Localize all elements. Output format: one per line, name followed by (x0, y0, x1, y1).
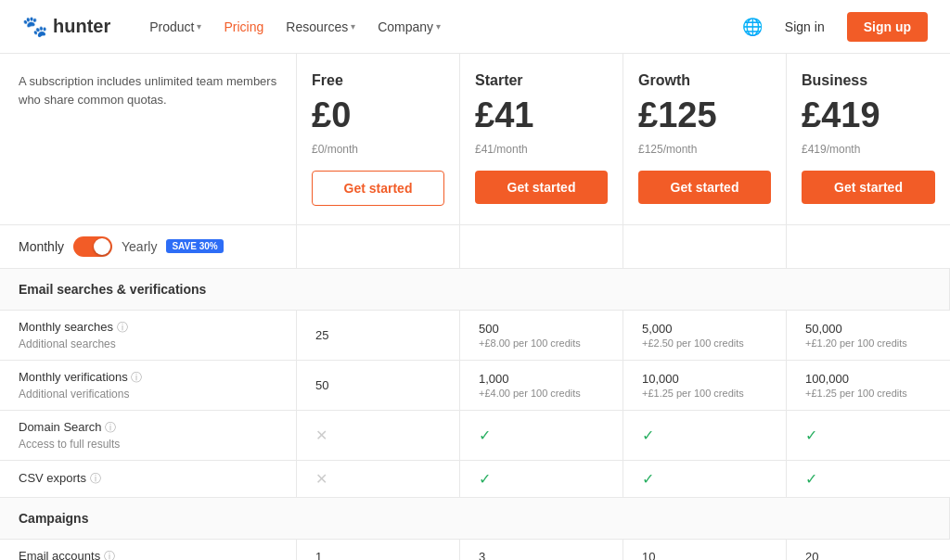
email-accounts-free: 1 (297, 540, 460, 560)
domain-search-growth: ✓ (623, 411, 787, 460)
pricing-container: A subscription includes unlimited team m… (0, 54, 950, 560)
chevron-down-icon: ▾ (436, 21, 441, 32)
domain-search-free: ✕ (297, 411, 460, 460)
plan-price-starter: £41 (475, 96, 608, 135)
monthly-searches-free: 25 (297, 311, 460, 360)
check-icon: ✓ (642, 426, 767, 444)
logo-text: hunter (53, 16, 110, 37)
monthly-searches-starter: 500 +£8.00 per 100 credits (460, 311, 623, 360)
feature-label-csv-exports: CSV exports ⓘ (0, 461, 297, 497)
row-monthly-searches: Monthly searches ⓘ Additional searches 2… (0, 311, 950, 361)
monthly-searches-label: Monthly searches (19, 320, 113, 334)
toggle-empty-1 (297, 225, 460, 268)
billing-toggle-cell: Monthly Yearly SAVE 30% (0, 225, 297, 268)
nav-links: Product ▾ Pricing Resources ▾ Company ▾ (140, 14, 742, 40)
plan-price-free: £0 (312, 96, 444, 135)
get-started-business[interactable]: Get started (802, 171, 935, 204)
email-accounts-starter: 3 (460, 540, 623, 560)
logo-icon: 🐾 (22, 15, 47, 39)
section-email-header: Email searches & verifications (0, 269, 950, 311)
feature-label-monthly-searches: Monthly searches ⓘ Additional searches (0, 311, 297, 360)
domain-search-label: Domain Search (19, 420, 102, 434)
csv-exports-growth: ✓ (623, 461, 787, 497)
nav-pricing[interactable]: Pricing (214, 14, 273, 40)
monthly-searches-sub: Additional searches (19, 337, 277, 350)
billing-toggle[interactable] (73, 236, 112, 257)
csv-exports-business: ✓ (787, 461, 950, 497)
feature-label-email-accounts: Email accounts ⓘ (0, 540, 297, 560)
toggle-empty-3 (623, 225, 787, 268)
save-badge: SAVE 30% (166, 239, 223, 253)
domain-search-business: ✓ (787, 411, 950, 460)
row-email-accounts: Email accounts ⓘ 1 3 10 20 (0, 540, 950, 560)
plan-price-sub-starter: £41/month (475, 143, 608, 156)
monthly-searches-business: 50,000 +£1.20 per 100 credits (787, 311, 950, 360)
feature-label-domain-search: Domain Search ⓘ Access to full results (0, 411, 297, 460)
domain-search-starter: ✓ (460, 411, 623, 460)
row-monthly-verifications: Monthly verifications ⓘ Additional verif… (0, 361, 950, 411)
get-started-starter[interactable]: Get started (475, 171, 608, 204)
plan-headers: A subscription includes unlimited team m… (0, 54, 950, 225)
plan-col-growth: Growth £125 £125/month Get started (623, 54, 787, 224)
csv-exports-label: CSV exports (19, 471, 86, 485)
signin-button[interactable]: Sign in (774, 14, 836, 40)
language-button[interactable]: 🌐 (742, 17, 763, 37)
plan-name-starter: Starter (475, 72, 608, 89)
nav-product[interactable]: Product ▾ (140, 14, 211, 40)
domain-search-sub: Access to full results (19, 438, 277, 451)
toggle-thumb (94, 238, 110, 255)
cross-icon: ✕ (315, 470, 441, 488)
monthly-verifications-business: 100,000 +£1.25 per 100 credits (787, 361, 950, 410)
plan-col-free: Free £0 £0/month Get started (297, 54, 460, 224)
info-icon-monthly-searches[interactable]: ⓘ (117, 321, 128, 334)
info-icon-monthly-verifications[interactable]: ⓘ (131, 371, 142, 384)
get-started-growth[interactable]: Get started (638, 171, 771, 204)
monthly-verifications-growth: 10,000 +£1.25 per 100 credits (623, 361, 787, 410)
info-icon-csv-exports[interactable]: ⓘ (90, 472, 101, 485)
plan-price-sub-growth: £125/month (638, 143, 771, 156)
info-icon-domain-search[interactable]: ⓘ (105, 421, 116, 434)
plan-price-sub-free: £0/month (312, 143, 444, 156)
yearly-label: Yearly (122, 239, 157, 254)
plan-price-business: £419 (802, 96, 935, 135)
check-icon: ✓ (642, 470, 767, 488)
email-accounts-label: Email accounts (19, 549, 100, 560)
plan-col-business: Business £419 £419/month Get started (787, 54, 950, 224)
check-icon: ✓ (805, 426, 931, 444)
nav-resources[interactable]: Resources ▾ (276, 14, 365, 40)
monthly-verifications-sub: Additional verifications (19, 388, 277, 401)
row-domain-search: Domain Search ⓘ Access to full results ✕… (0, 411, 950, 461)
plan-name-business: Business (802, 72, 935, 89)
plan-col-starter: Starter £41 £41/month Get started (460, 54, 623, 224)
email-accounts-growth: 10 (623, 540, 787, 560)
csv-exports-starter: ✓ (460, 461, 623, 497)
plan-name-free: Free (312, 72, 444, 89)
section-campaigns-divider: Campaigns (0, 498, 950, 540)
plan-price-sub-business: £419/month (802, 143, 935, 156)
info-icon-email-accounts[interactable]: ⓘ (104, 550, 115, 560)
logo[interactable]: 🐾 hunter (22, 15, 110, 39)
section-email-title: Email searches & verifications (0, 269, 950, 310)
plan-price-growth: £125 (638, 96, 771, 135)
monthly-searches-growth: 5,000 +£2.50 per 100 credits (623, 311, 787, 360)
chevron-down-icon: ▾ (351, 21, 355, 32)
row-csv-exports: CSV exports ⓘ ✕ ✓ ✓ ✓ (0, 461, 950, 498)
monthly-verifications-label: Monthly verifications (19, 370, 128, 384)
monthly-label: Monthly (19, 239, 64, 254)
check-icon: ✓ (479, 426, 604, 444)
get-started-free[interactable]: Get started (312, 171, 444, 206)
feature-label-monthly-verifications: Monthly verifications ⓘ Additional verif… (0, 361, 297, 410)
toggle-empty-4 (787, 225, 950, 268)
toggle-empty-2 (460, 225, 623, 268)
subscription-info: A subscription includes unlimited team m… (0, 54, 297, 224)
check-icon: ✓ (479, 470, 604, 488)
signup-button[interactable]: Sign up (847, 12, 928, 42)
monthly-verifications-free: 50 (297, 361, 460, 410)
cross-icon: ✕ (315, 426, 441, 444)
email-accounts-business: 20 (787, 540, 950, 560)
nav-company[interactable]: Company ▾ (368, 14, 450, 40)
billing-toggle-row: Monthly Yearly SAVE 30% (0, 225, 950, 269)
section-campaigns-title: Campaigns (0, 498, 950, 539)
plan-name-growth: Growth (638, 72, 771, 89)
monthly-verifications-starter: 1,000 +£4.00 per 100 credits (460, 361, 623, 410)
